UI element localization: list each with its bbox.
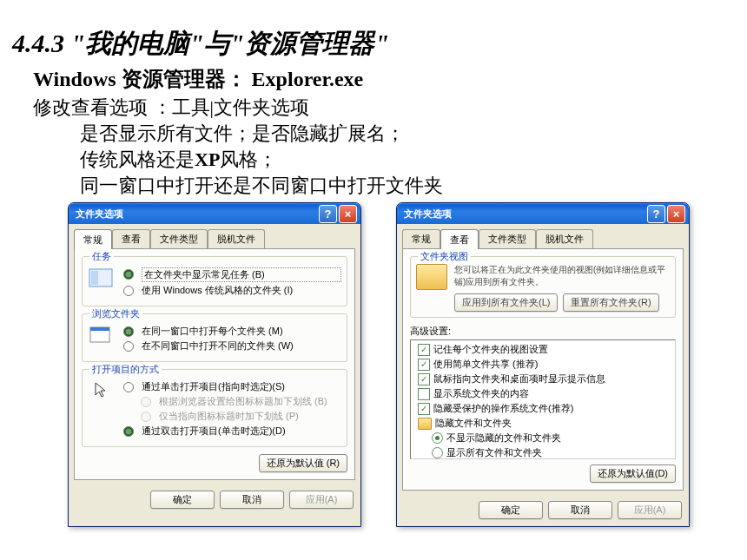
dialog-footer: 确定 取消 应用(A) — [69, 485, 360, 516]
tab-general[interactable]: 常规 — [402, 229, 440, 248]
close-button[interactable]: × — [339, 205, 357, 223]
tab-offline[interactable]: 脱机文件 — [536, 229, 593, 248]
apply-button[interactable]: 应用(A) — [618, 501, 682, 519]
tab-offline[interactable]: 脱机文件 — [208, 229, 265, 248]
tab-body: 任务 在文件夹中显示常见任务 (B) 使用 Windows 传统风格的文件夹 (… — [74, 248, 355, 480]
radio-show-common-tasks[interactable] — [123, 269, 134, 280]
tab-bar: 常规 查看 文件类型 脱机文件 — [397, 224, 689, 248]
checkbox-icon[interactable]: ✓ — [418, 373, 430, 385]
group-click: 打开项目的方式 通过单击打开项目(指向时选定)(S) 根据浏览器设置给图标标题加… — [82, 369, 347, 447]
radio-label: 在同一窗口中打开每个文件夹 (M) — [142, 325, 341, 338]
tab-filetypes[interactable]: 文件类型 — [479, 229, 536, 248]
document-page: 4.4.3 "我的电脑"与"资源管理器" Windows 资源管理器： Expl… — [0, 0, 747, 544]
advanced-item-label: 隐藏文件和文件夹 — [435, 417, 512, 430]
svg-rect-3 — [90, 327, 109, 331]
group-legend: 打开项目的方式 — [89, 363, 162, 376]
radio-label: 使用 Windows 传统风格的文件夹 (I) — [142, 284, 341, 297]
text-line: 修改查看选项 ：工具|文件夹选项 — [33, 95, 735, 121]
advanced-item[interactable]: ✓使用简单文件共享 (推荐) — [413, 357, 673, 372]
view-description: 您可以将正在为此文件夹使用的视图(例如详细信息或平铺)应用到所有文件夹。 — [454, 264, 670, 288]
text-line: 是否显示所有文件；是否隐藏扩展名； — [80, 121, 735, 147]
radio-icon[interactable] — [432, 432, 443, 444]
text-line: 同一窗口中打开还是不同窗口中打开文件夹 — [80, 173, 735, 199]
group-folder-view: 文件夹视图 您可以将正在为此文件夹使用的视图(例如详细信息或平铺)应用到所有文件… — [410, 256, 676, 318]
radio-same-window[interactable] — [123, 326, 134, 337]
advanced-item-label: 不显示隐藏的文件和文件夹 — [446, 432, 561, 445]
cancel-button[interactable]: 取消 — [220, 491, 284, 509]
svg-rect-1 — [91, 271, 98, 285]
radio-single-click[interactable] — [123, 382, 134, 392]
section-heading: 4.4.3 "我的电脑"与"资源管理器" — [12, 26, 735, 62]
advanced-item-label: 隐藏受保护的操作系统文件(推荐) — [433, 402, 573, 415]
radio-new-window[interactable] — [123, 341, 134, 352]
radio-double-click[interactable] — [123, 426, 134, 437]
advanced-item-label: 显示系统文件夹的内容 — [433, 387, 529, 400]
folder-options-dialog-view: 文件夹选项 ? × 常规 查看 文件类型 脱机文件 文件夹视图 您可以将正在为此… — [396, 202, 690, 527]
tab-view[interactable]: 查看 — [112, 229, 150, 248]
radio-icon[interactable] — [432, 447, 443, 458]
cursor-icon — [88, 379, 114, 403]
radio-underline-hover — [141, 412, 151, 422]
checkbox-icon[interactable]: ✓ — [418, 359, 430, 371]
tab-view[interactable]: 查看 — [440, 229, 479, 249]
reset-all-folders-button[interactable]: 重置所有文件夹(R) — [563, 293, 658, 312]
dialog-title: 文件夹选项 — [76, 208, 317, 221]
section-subheading: Windows 资源管理器： Explorer.exe — [33, 65, 735, 93]
restore-defaults-button[interactable]: 还原为默认值(D) — [590, 464, 676, 483]
group-legend: 文件夹视图 — [418, 250, 471, 263]
advanced-item-label: 使用简单文件共享 (推荐) — [433, 358, 538, 371]
radio-label: 根据浏览器设置给图标标题加下划线 (B) — [159, 395, 341, 408]
tasks-icon — [88, 266, 114, 290]
help-button[interactable]: ? — [647, 205, 665, 223]
browse-icon — [88, 323, 114, 347]
advanced-item[interactable]: ✓记住每个文件夹的视图设置 — [413, 342, 673, 357]
advanced-item[interactable]: ✓鼠标指向文件夹和桌面项时显示提示信息 — [413, 372, 673, 386]
folder-icon — [418, 418, 432, 430]
ok-button[interactable]: 确定 — [479, 501, 543, 519]
advanced-label: 高级设置: — [410, 325, 676, 338]
folder-options-dialog-general: 文件夹选项 ? × 常规 查看 文件类型 脱机文件 任务 — [68, 202, 361, 527]
advanced-item-label: 鼠标指向文件夹和桌面项时显示提示信息 — [433, 372, 605, 385]
dialog-title: 文件夹选项 — [404, 208, 645, 221]
titlebar[interactable]: 文件夹选项 ? × — [69, 203, 360, 224]
apply-all-folders-button[interactable]: 应用到所有文件夹(L) — [454, 293, 558, 312]
close-button[interactable]: × — [667, 205, 685, 223]
text: 传统风格还是 — [80, 148, 195, 170]
checkbox-icon[interactable]: ✓ — [418, 403, 430, 415]
tab-general[interactable]: 常规 — [74, 229, 112, 249]
group-legend: 浏览文件夹 — [89, 307, 142, 320]
radio-label: 在不同窗口中打开不同的文件夹 (W) — [142, 339, 341, 352]
text-bold: XP — [195, 148, 220, 170]
cancel-button[interactable]: 取消 — [548, 501, 612, 519]
radio-classic-folders[interactable] — [123, 286, 134, 296]
group-tasks: 任务 在文件夹中显示常见任务 (B) 使用 Windows 传统风格的文件夹 (… — [82, 256, 347, 306]
dialog-footer: 确定 取消 应用(A) — [397, 496, 689, 526]
advanced-item-label: 显示所有文件和文件夹 — [446, 446, 542, 459]
folder-icon — [416, 264, 447, 290]
radio-label: 通过双击打开项目(单击时选定)(D) — [142, 425, 341, 438]
group-browse: 浏览文件夹 在同一窗口中打开每个文件夹 (M) 在不同窗口中打开不同的文件夹 (… — [82, 313, 347, 362]
checkbox-icon[interactable]: ✓ — [418, 344, 430, 356]
group-legend: 任务 — [89, 250, 114, 263]
restore-defaults-button[interactable]: 还原为默认值 (R) — [259, 454, 347, 472]
advanced-item[interactable]: 显示所有文件和文件夹 — [413, 445, 673, 459]
checkbox-icon[interactable] — [418, 388, 430, 400]
advanced-item[interactable]: 隐藏文件和文件夹 — [413, 416, 673, 431]
tab-body: 文件夹视图 您可以将正在为此文件夹使用的视图(例如详细信息或平铺)应用到所有文件… — [402, 248, 684, 491]
ok-button[interactable]: 确定 — [150, 491, 215, 509]
text-line: 传统风格还是XP风格； — [80, 147, 735, 173]
text: 风格； — [220, 148, 277, 170]
radio-underline-browser — [141, 397, 151, 407]
radio-label: 在文件夹中显示常见任务 (B) — [142, 267, 341, 282]
dialogs-row: 文件夹选项 ? × 常规 查看 文件类型 脱机文件 任务 — [68, 202, 735, 527]
help-button[interactable]: ? — [319, 205, 337, 223]
advanced-settings-list[interactable]: ✓记住每个文件夹的视图设置✓使用简单文件共享 (推荐)✓鼠标指向文件夹和桌面项时… — [410, 339, 676, 459]
advanced-item[interactable]: ✓隐藏受保护的操作系统文件(推荐) — [413, 401, 673, 416]
advanced-item[interactable]: 不显示隐藏的文件和文件夹 — [413, 431, 673, 445]
tab-filetypes[interactable]: 文件类型 — [150, 229, 208, 248]
radio-label: 通过单击打开项目(指向时选定)(S) — [142, 380, 341, 393]
advanced-item[interactable]: 显示系统文件夹的内容 — [413, 386, 673, 401]
titlebar[interactable]: 文件夹选项 ? × — [397, 203, 689, 224]
advanced-item-label: 记住每个文件夹的视图设置 — [433, 343, 548, 356]
apply-button[interactable]: 应用(A) — [289, 491, 354, 509]
